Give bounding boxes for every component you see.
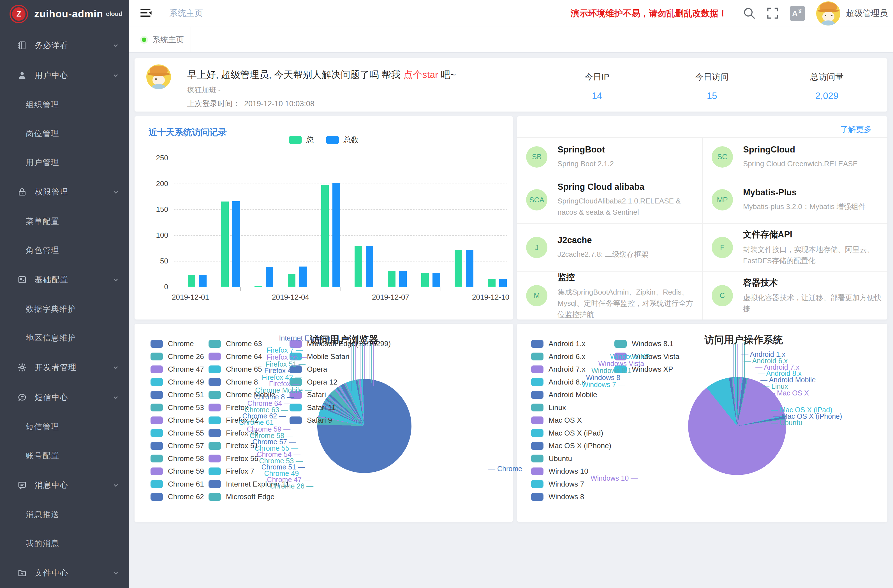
breadcrumb[interactable]: 系统主页 <box>169 8 203 19</box>
legend-item-Chrome 62[interactable]: Chrome 62 <box>150 492 204 501</box>
sidebar-item-数据字典维护[interactable]: 数据字典维护 <box>0 295 129 323</box>
legend-item-总数[interactable]: 总数 <box>326 135 359 145</box>
search-icon[interactable] <box>743 7 756 20</box>
sidebar-item-短信中心[interactable]: 短信中心 <box>0 382 129 412</box>
legend-swatch <box>209 365 221 373</box>
sidebar-item-账号配置[interactable]: 账号配置 <box>0 441 129 470</box>
tech-title: 文件存储API <box>743 229 887 241</box>
legend-item-Chrome 61[interactable]: Chrome 61 <box>150 480 204 489</box>
pie-connector-line <box>735 342 736 377</box>
legend-item-Chrome 49[interactable]: Chrome 49 <box>150 378 204 386</box>
tech-desc: Mybatis-plus 3.2.0：Mybatis 增强组件 <box>743 201 887 212</box>
legend-item-Windows 8[interactable]: Windows 8 <box>531 492 584 501</box>
legend-item-Chrome 8[interactable]: Chrome 8 <box>209 378 258 386</box>
legend-item-Safari 11[interactable]: Safari 11 <box>290 403 335 412</box>
bar-总数-2019-12-03 <box>266 267 273 287</box>
legend-item-Windows 7[interactable]: Windows 7 <box>531 480 584 489</box>
x-axis-tick <box>440 287 441 291</box>
sidebar-item-label: 地区信息维护 <box>26 333 76 343</box>
sidebar-item-开发者管理[interactable]: 开发者管理 <box>0 352 129 382</box>
legend-item-Android 1.x[interactable]: Android 1.x <box>531 339 586 348</box>
sidebar-item-基础配置[interactable]: 基础配置 <box>0 265 129 295</box>
legend-item-Firefox[interactable]: Firefox <box>209 403 248 412</box>
sidebar-item-组织管理[interactable]: 组织管理 <box>0 90 129 119</box>
legend-item-Microsoft Edge[interactable]: Microsoft Edge <box>209 492 274 501</box>
bar-您-2019-12-07 <box>388 271 395 287</box>
legend-item-Chrome 57[interactable]: Chrome 57 <box>150 441 204 450</box>
sidebar-item-短信管理[interactable]: 短信管理 <box>0 412 129 441</box>
user-icon <box>17 70 27 80</box>
bar-总数-2019-12-07 <box>399 271 407 287</box>
legend-swatch <box>209 480 221 488</box>
legend-item-Chrome 51[interactable]: Chrome 51 <box>150 390 204 399</box>
legend-item-Windows 8.1[interactable]: Windows 8.1 <box>614 339 674 348</box>
star-link[interactable]: 点个star <box>403 69 438 80</box>
legend-item-Chrome 64[interactable]: Chrome 64 <box>209 352 262 361</box>
legend-item-Safari 9[interactable]: Safari 9 <box>290 416 332 425</box>
legend-item-Firefox 51[interactable]: Firefox 51 <box>209 441 259 450</box>
sidebar-item-岗位管理[interactable]: 岗位管理 <box>0 119 129 148</box>
legend-swatch <box>289 136 302 144</box>
legend-item-Chrome 59[interactable]: Chrome 59 <box>150 467 204 475</box>
legend-swatch <box>150 391 163 399</box>
sidebar-item-我的消息[interactable]: 我的消息 <box>0 529 129 558</box>
legend-item-Firefox 7[interactable]: Firefox 7 <box>209 467 254 475</box>
sidebar-item-权限管理[interactable]: 权限管理 <box>0 177 129 207</box>
legend-item-Chrome 63[interactable]: Chrome 63 <box>209 339 262 348</box>
chevron-down-icon <box>112 364 119 371</box>
fullscreen-icon[interactable] <box>766 7 780 20</box>
user-avatar[interactable] <box>816 2 840 26</box>
legend-swatch <box>150 454 163 462</box>
legend-item-Linux[interactable]: Linux <box>531 403 566 412</box>
tech-title: 监控 <box>558 271 695 283</box>
sidebar-item-务必详看[interactable]: 务必详看 <box>0 30 129 60</box>
card-icon <box>17 275 27 285</box>
legend-item-Mac OS X (iPad)[interactable]: Mac OS X (iPad) <box>531 429 603 438</box>
sidebar-item-label: 用户管理 <box>26 157 59 168</box>
legend-item-Android 6.x[interactable]: Android 6.x <box>531 352 586 361</box>
user-name[interactable]: 超级管理员 <box>846 8 888 19</box>
legend-item-Chrome 58[interactable]: Chrome 58 <box>150 454 204 463</box>
tech-title: 容器技术 <box>743 277 887 289</box>
legend-item-Chrome 53[interactable]: Chrome 53 <box>150 403 204 412</box>
legend-item-Chrome 47[interactable]: Chrome 47 <box>150 365 204 374</box>
brand-name: zuihou-admin <box>34 8 103 20</box>
legend-item-Chrome 55[interactable]: Chrome 55 <box>150 429 204 438</box>
legend-label: Windows 10 <box>549 467 588 475</box>
sidebar-item-用户管理[interactable]: 用户管理 <box>0 148 129 177</box>
legend-swatch <box>209 468 221 475</box>
legend-item-Chrome[interactable]: Chrome <box>150 339 194 348</box>
legend-item-您[interactable]: 您 <box>289 135 314 145</box>
language-switch-icon[interactable]: A文 <box>790 6 805 21</box>
legend-item-Chrome 26[interactable]: Chrome 26 <box>150 352 204 361</box>
app-root: Z zuihou-admin cloud 务必详看用户中心组织管理岗位管理用户管… <box>0 0 893 588</box>
sidebar-item-菜单配置[interactable]: 菜单配置 <box>0 207 129 236</box>
legend-item-Mac OS X[interactable]: Mac OS X <box>531 416 582 425</box>
legend-item-Mac OS X (iPhone)[interactable]: Mac OS X (iPhone) <box>531 441 611 450</box>
tech-card-容器技术: C容器技术虚拟化容器技术，让迁移、部署更加方便快捷 <box>702 271 887 319</box>
legend-item-Ubuntu[interactable]: Ubuntu <box>531 454 572 463</box>
tech-text: 文件存储API封装文件接口，实现本地存储、阿里云、FastDFS存储的配置化 <box>743 229 887 266</box>
legend-item-Android 8.x[interactable]: Android 8.x <box>531 378 586 386</box>
sidebar-item-label: 数据字典维护 <box>26 304 76 314</box>
legend-label: Opera <box>307 365 327 374</box>
legend-swatch <box>209 340 221 348</box>
legend-swatch <box>150 468 163 475</box>
legend-item-Firefox 56[interactable]: Firefox 56 <box>209 454 259 463</box>
legend-item-Chrome 65[interactable]: Chrome 65 <box>209 365 262 374</box>
legend-item-Android Mobile[interactable]: Android Mobile <box>531 390 597 399</box>
legend-item-Android 7.x[interactable]: Android 7.x <box>531 365 586 374</box>
tech-badge: M <box>526 285 547 306</box>
pie-访问用户浏览器[interactable] <box>317 379 412 473</box>
sidebar-item-消息中心[interactable]: 消息中心 <box>0 470 129 500</box>
sidebar-item-消息推送[interactable]: 消息推送 <box>0 500 129 529</box>
sidebar-item-角色管理[interactable]: 角色管理 <box>0 236 129 265</box>
tab-home[interactable]: 系统主页 <box>129 27 191 52</box>
legend-item-Windows 10[interactable]: Windows 10 <box>531 467 588 475</box>
sidebar-item-用户中心[interactable]: 用户中心 <box>0 60 129 90</box>
sidebar-item-地区信息维护[interactable]: 地区信息维护 <box>0 323 129 352</box>
learn-more-link[interactable]: 了解更多 <box>840 124 872 135</box>
legend-item-Chrome 54[interactable]: Chrome 54 <box>150 416 204 425</box>
sidebar-item-文件中心[interactable]: 文件中心 <box>0 558 129 588</box>
collapse-menu-icon[interactable] <box>140 7 153 20</box>
